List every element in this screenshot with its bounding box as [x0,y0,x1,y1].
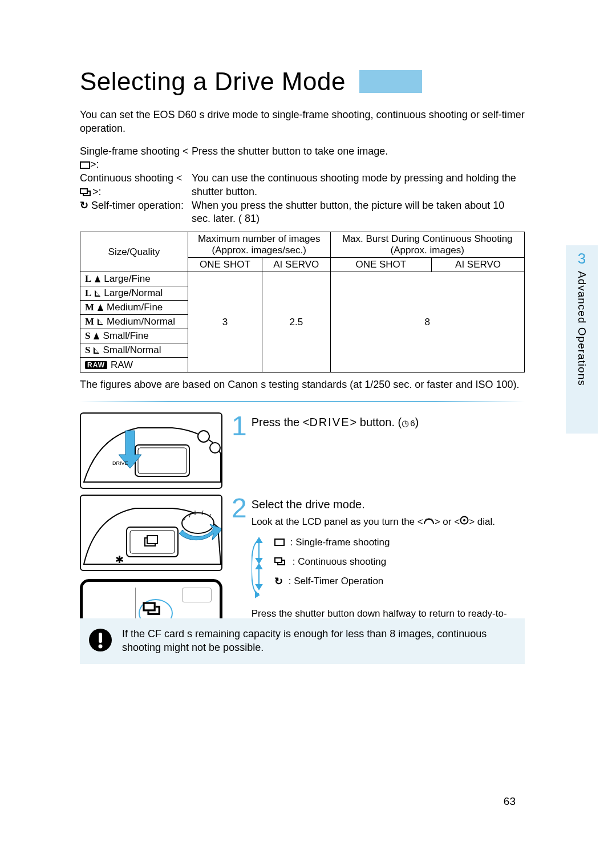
svg-point-2 [198,431,209,442]
svg-rect-26 [99,633,102,643]
figure-camera-top-dial: ✱ [80,495,222,571]
cycle-arrows-icon [252,537,266,600]
th-size-quality: Size/Quality [80,232,188,272]
warning-text: If the CF card s remaining capacity is e… [122,628,517,655]
section-divider [80,401,525,402]
svg-point-3 [210,443,220,453]
caution-icon [88,628,113,653]
page-title: Selecting a Drive Mode [80,67,346,96]
svg-rect-1 [138,448,187,473]
title-row: Selecting a Drive Mode [80,67,525,96]
self-timer-icon: ↻ [274,576,283,586]
svg-marker-20 [256,558,262,563]
step-number: 1 [232,412,247,440]
single-frame-icon [80,161,90,169]
svg-text:DRIVE: DRIVE [112,460,128,466]
drive-option-single: : Single-frame shooting [274,537,390,548]
svg-point-17 [463,519,465,521]
svg-marker-24 [256,592,259,597]
val-oneshot: 3 [188,272,262,373]
single-frame-icon [274,539,285,546]
drive-select-diagram: : Single-frame shooting : Continuous sho… [252,537,525,600]
step-2-title: Select the drive mode. [252,498,525,511]
step-1: DRIVE 1 Press the <DRIVE> button. (◷6) [80,412,525,489]
continuous-icon [80,188,92,197]
side-tab: 3 Advanced Operations [566,245,598,434]
svg-text:✱: ✱ [115,554,124,565]
svg-point-27 [99,645,103,649]
th-max-burst: Max. Burst During Continuous Shooting(Ap… [330,232,525,258]
svg-marker-22 [256,564,262,569]
step-1-title: Press the <DRIVE> button. (◷6) [252,416,419,429]
main-dial-icon [423,516,435,529]
continuous-icon [274,557,287,566]
val-burst: 8 [330,272,525,373]
quality-normal-icon [94,347,99,354]
figure-camera-top-drive-button: DRIVE [80,412,222,489]
th-max-images: Maximum number of images(Approx. images/… [188,232,330,258]
continuous-icon [143,602,163,616]
warning-box: If the CF card s remaining capacity is e… [80,618,525,664]
quality-normal-icon [95,290,100,297]
step-number: 2 [232,495,247,522]
svg-marker-23 [256,585,262,589]
drive-option-selftimer: ↻ : Self-Timer Operation [274,576,390,587]
svg-point-9 [182,513,214,533]
raw-icon: RAW [85,361,107,369]
chapter-number: 3 [578,250,586,268]
drive-option-continuous: : Continuous shooting [274,556,390,568]
title-accent-bar [359,70,422,93]
mode-single: Single-frame shooting <>: Press the shut… [80,145,525,172]
quality-fine-icon [98,304,103,311]
quality-fine-icon [94,333,99,339]
drive-mode-definitions: Single-frame shooting <>: Press the shut… [80,145,525,226]
table-row: L Large/Fine 3 2.5 8 [80,272,525,286]
svg-rect-8 [147,536,157,544]
intro-text: You can set the EOS D60 s drive mode to … [80,108,525,136]
chapter-label: Advanced Operations [576,271,588,386]
quality-fine-icon [95,276,100,282]
val-aiservo: 2.5 [262,272,330,373]
page-number: 63 [504,795,516,808]
quality-normal-icon [98,318,103,325]
self-timer-icon: ↻ [80,200,88,211]
mode-selftimer: ↻ Self-timer operation: When you press t… [80,199,525,226]
table-note: The figures above are based on Canon s t… [80,378,525,392]
content: Selecting a Drive Mode You can set the E… [80,67,525,659]
spec-table: Size/Quality Maximum number of images(Ap… [80,232,525,373]
mode-continuous: Continuous shooting <>: You can use the … [80,172,525,199]
manual-page: Selecting a Drive Mode You can set the E… [0,0,616,842]
step-2-sub: Look at the LCD panel as you turn the <>… [252,516,525,529]
quick-dial-icon [460,516,469,529]
timer-icon: ◷6 [402,418,415,428]
